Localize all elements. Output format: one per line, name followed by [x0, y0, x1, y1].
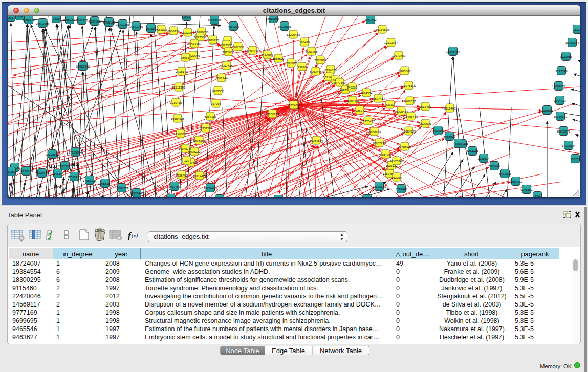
svg-text:1065327: 1065327: [76, 19, 88, 22]
svg-text:15751074: 15751074: [565, 41, 579, 45]
svg-text:12213382: 12213382: [172, 86, 186, 89]
svg-text:19218506: 19218506: [278, 25, 292, 28]
svg-text:(x): (x): [132, 232, 138, 239]
svg-text:12213967: 12213967: [384, 41, 398, 45]
svg-text:10688609: 10688609: [367, 130, 381, 134]
svg-text:20364436: 20364436: [346, 99, 360, 102]
svg-text:16671385: 16671385: [129, 25, 143, 28]
svg-text:6794028: 6794028: [324, 69, 337, 72]
svg-text:20975867: 20975867: [58, 165, 72, 168]
svg-text:10973493: 10973493: [392, 54, 406, 57]
svg-text:8454749: 8454749: [247, 49, 259, 52]
svg-text:18807249: 18807249: [373, 142, 386, 145]
svg-text:746266: 746266: [347, 86, 358, 89]
svg-text:9329966: 9329966: [560, 55, 572, 58]
svg-text:7625402: 7625402: [176, 174, 188, 177]
svg-text:1244419: 1244419: [554, 99, 566, 102]
svg-text:8267110: 8267110: [205, 115, 217, 118]
svg-text:3624554: 3624554: [360, 92, 373, 95]
svg-text:16154808: 16154808: [376, 28, 389, 31]
svg-text:9457791: 9457791: [168, 185, 181, 188]
svg-text:8660124: 8660124: [167, 30, 180, 33]
svg-text:917006: 917006: [211, 102, 222, 105]
svg-text:2967608: 2967608: [232, 46, 244, 49]
svg-text:9113468: 9113468: [444, 107, 456, 110]
svg-text:989617: 989617: [181, 56, 191, 59]
svg-text:6466160: 6466160: [103, 21, 115, 24]
svg-text:10807487: 10807487: [372, 97, 385, 100]
svg-text:11127: 11127: [573, 28, 580, 31]
svg-text:12975115: 12975115: [402, 84, 416, 87]
svg-text:8813054: 8813054: [267, 17, 279, 20]
svg-text:16120746: 16120746: [390, 160, 404, 163]
svg-text:7986372: 7986372: [354, 109, 366, 112]
svg-text:6961758: 6961758: [306, 50, 318, 53]
svg-text:1603: 1603: [183, 16, 190, 18]
svg-text:9463627: 9463627: [404, 100, 416, 103]
svg-text:9474444: 9474444: [466, 150, 478, 153]
svg-text:18724007: 18724007: [287, 104, 301, 107]
svg-text:2087682: 2087682: [364, 18, 377, 21]
svg-text:3215955: 3215955: [541, 109, 553, 112]
svg-text:19654925: 19654925: [171, 117, 185, 120]
svg-text:20206576: 20206576: [46, 153, 59, 156]
svg-text:12942757: 12942757: [35, 172, 49, 175]
svg-text:16914479: 16914479: [193, 174, 207, 178]
svg-text:10653267: 10653267: [63, 18, 77, 21]
svg-text:15720407: 15720407: [361, 120, 375, 123]
svg-text:5498222: 5498222: [188, 150, 201, 154]
svg-text:9538: 9538: [53, 17, 60, 20]
svg-text:1010755: 1010755: [170, 101, 182, 104]
svg-text:904: 904: [17, 16, 23, 18]
svg-text:12093822: 12093822: [552, 85, 566, 88]
svg-text:9699695: 9699695: [419, 122, 431, 125]
svg-text:15692971: 15692971: [557, 130, 571, 133]
svg-text:39159: 39159: [8, 170, 16, 173]
svg-text:8471676: 8471676: [499, 172, 511, 176]
svg-text:12923448: 12923448: [130, 192, 144, 195]
svg-text:17957225: 17957225: [83, 179, 97, 182]
svg-text:1405572: 1405572: [23, 18, 35, 21]
svg-text:12505135: 12505135: [68, 176, 81, 179]
svg-text:10654112: 10654112: [509, 180, 523, 183]
svg-text:62160: 62160: [386, 103, 395, 106]
svg-text:19756928: 19756928: [398, 145, 412, 148]
svg-text:7632621: 7632621: [488, 165, 500, 168]
svg-text:13626: 13626: [298, 65, 307, 69]
svg-text:16782759: 16782759: [115, 187, 129, 190]
svg-text:9146821: 9146821: [261, 54, 273, 57]
svg-text:9242848: 9242848: [221, 64, 233, 68]
svg-text:16543362: 16543362: [188, 42, 202, 46]
svg-text:17016504: 17016504: [562, 144, 576, 147]
svg-text:20053346: 20053346: [76, 65, 90, 68]
svg-text:8878352: 8878352: [193, 139, 205, 142]
svg-text:9327506: 9327506: [194, 36, 206, 39]
svg-text:5322037: 5322037: [285, 62, 297, 65]
svg-text:116753: 116753: [570, 158, 580, 161]
svg-text:17359924: 17359924: [69, 151, 82, 154]
svg-text:10958187: 10958187: [98, 182, 112, 185]
svg-text:9613460: 9613460: [419, 105, 431, 108]
svg-text:2935114: 2935114: [478, 157, 490, 160]
svg-text:13325419: 13325419: [287, 33, 300, 36]
svg-text:8990448: 8990448: [310, 70, 322, 73]
svg-text:252254: 252254: [391, 176, 402, 179]
svg-text:20691406: 20691406: [36, 22, 50, 25]
svg-text:16033809: 16033809: [208, 19, 222, 22]
svg-text:16210643: 16210643: [554, 115, 568, 118]
svg-text:1588520: 1588520: [272, 57, 285, 60]
svg-text:8958923: 8958923: [443, 135, 455, 138]
svg-text:3912954: 3912954: [182, 31, 194, 34]
svg-text:19166825: 19166825: [174, 133, 188, 136]
svg-text:2718170: 2718170: [176, 70, 188, 73]
svg-text:15716485: 15716485: [204, 187, 217, 190]
svg-text:7485063: 7485063: [399, 70, 411, 73]
svg-text:8186328: 8186328: [207, 39, 219, 42]
svg-text:11353594: 11353594: [199, 127, 213, 130]
svg-text:9227349: 9227349: [555, 70, 568, 73]
svg-text:19654923: 19654923: [402, 130, 416, 133]
svg-text:9327508: 9327508: [220, 43, 232, 47]
svg-text:14136141: 14136141: [373, 185, 386, 188]
svg-text:1145194: 1145194: [52, 172, 64, 176]
svg-text:9684067: 9684067: [380, 153, 392, 156]
